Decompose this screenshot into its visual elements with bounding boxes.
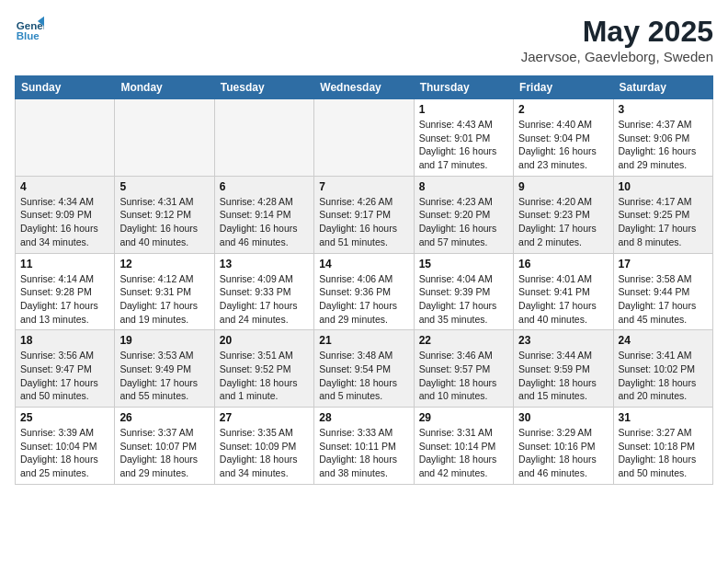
calendar-cell: 20Sunrise: 3:51 AMSunset: 9:52 PMDayligh…: [214, 330, 313, 408]
calendar-cell: 3Sunrise: 4:37 AMSunset: 9:06 PMDaylight…: [613, 99, 712, 177]
calendar-cell: 2Sunrise: 4:40 AMSunset: 9:04 PMDaylight…: [514, 99, 613, 177]
day-number: 12: [119, 258, 209, 270]
day-number: 18: [20, 334, 109, 347]
day-number: 25: [20, 411, 109, 424]
day-info: Sunrise: 4:06 AMSunset: 9:36 PMDaylight:…: [319, 272, 408, 327]
col-header-monday: Monday: [115, 76, 214, 99]
day-number: 20: [220, 334, 309, 347]
day-info: Sunrise: 3:48 AMSunset: 9:54 PMDaylight:…: [319, 349, 408, 403]
calendar-cell: 18Sunrise: 3:56 AMSunset: 9:47 PMDayligh…: [16, 330, 115, 408]
day-info: Sunrise: 4:37 AMSunset: 9:06 PMDaylight:…: [619, 118, 708, 172]
calendar-week-4: 18Sunrise: 3:56 AMSunset: 9:47 PMDayligh…: [16, 330, 713, 408]
calendar-cell: 16Sunrise: 4:01 AMSunset: 9:41 PMDayligh…: [514, 253, 613, 330]
day-number: 28: [319, 411, 408, 424]
day-number: 30: [518, 411, 608, 424]
day-number: 3: [619, 103, 708, 116]
day-info: Sunrise: 3:33 AMSunset: 10:11 PMDaylight…: [319, 426, 408, 480]
calendar-cell: 10Sunrise: 4:17 AMSunset: 9:25 PMDayligh…: [613, 176, 712, 253]
day-number: 23: [518, 334, 608, 347]
day-number: 6: [220, 180, 309, 193]
calendar-table: SundayMondayTuesdayWednesdayThursdayFrid…: [15, 75, 713, 485]
col-header-wednesday: Wednesday: [314, 76, 414, 99]
day-info: Sunrise: 4:28 AMSunset: 9:14 PMDaylight:…: [220, 195, 309, 249]
col-header-tuesday: Tuesday: [214, 76, 313, 99]
day-number: 2: [518, 103, 608, 116]
calendar-cell: 14Sunrise: 4:06 AMSunset: 9:36 PMDayligh…: [314, 253, 414, 330]
calendar-cell: 27Sunrise: 3:35 AMSunset: 10:09 PMDaylig…: [214, 408, 313, 485]
day-info: Sunrise: 3:27 AMSunset: 10:18 PMDaylight…: [619, 426, 708, 480]
calendar-cell: 11Sunrise: 4:14 AMSunset: 9:28 PMDayligh…: [16, 253, 115, 330]
day-number: 14: [319, 258, 408, 270]
day-number: 17: [619, 258, 708, 270]
calendar-cell: [115, 99, 214, 177]
day-info: Sunrise: 3:58 AMSunset: 9:44 PMDaylight:…: [619, 272, 708, 327]
calendar-cell: 30Sunrise: 3:29 AMSunset: 10:16 PMDaylig…: [514, 408, 613, 485]
day-number: 1: [419, 103, 508, 116]
day-number: 4: [20, 180, 109, 193]
calendar-cell: 26Sunrise: 3:37 AMSunset: 10:07 PMDaylig…: [115, 408, 214, 485]
location-subtitle: Jaervsoe, Gaevleborg, Sweden: [521, 49, 713, 64]
day-number: 31: [619, 411, 708, 424]
svg-text:Blue: Blue: [17, 30, 40, 41]
calendar-cell: 22Sunrise: 3:46 AMSunset: 9:57 PMDayligh…: [414, 330, 513, 408]
col-header-thursday: Thursday: [414, 76, 513, 99]
calendar-cell: 15Sunrise: 4:04 AMSunset: 9:39 PMDayligh…: [414, 253, 513, 330]
col-header-saturday: Saturday: [613, 76, 712, 99]
calendar-cell: 24Sunrise: 3:41 AMSunset: 10:02 PMDaylig…: [613, 330, 712, 408]
calendar-cell: 6Sunrise: 4:28 AMSunset: 9:14 PMDaylight…: [214, 176, 313, 253]
day-info: Sunrise: 3:51 AMSunset: 9:52 PMDaylight:…: [220, 349, 309, 403]
logo-icon: General Blue: [15, 15, 44, 44]
day-info: Sunrise: 3:37 AMSunset: 10:07 PMDaylight…: [119, 426, 209, 480]
day-info: Sunrise: 3:39 AMSunset: 10:04 PMDaylight…: [20, 426, 109, 480]
day-info: Sunrise: 4:40 AMSunset: 9:04 PMDaylight:…: [518, 118, 608, 172]
day-info: Sunrise: 3:41 AMSunset: 10:02 PMDaylight…: [619, 349, 708, 403]
day-info: Sunrise: 3:46 AMSunset: 9:57 PMDaylight:…: [419, 349, 508, 403]
page-header: General Blue May 2025 Jaervsoe, Gaevlebo…: [15, 15, 713, 64]
day-info: Sunrise: 4:14 AMSunset: 9:28 PMDaylight:…: [20, 272, 109, 327]
calendar-cell: 23Sunrise: 3:44 AMSunset: 9:59 PMDayligh…: [514, 330, 613, 408]
day-number: 26: [119, 411, 209, 424]
calendar-header-row: SundayMondayTuesdayWednesdayThursdayFrid…: [16, 76, 713, 99]
day-info: Sunrise: 3:31 AMSunset: 10:14 PMDaylight…: [419, 426, 508, 480]
day-info: Sunrise: 4:01 AMSunset: 9:41 PMDaylight:…: [518, 272, 608, 327]
day-info: Sunrise: 4:17 AMSunset: 9:25 PMDaylight:…: [619, 195, 708, 249]
col-header-friday: Friday: [514, 76, 613, 99]
calendar-cell: 21Sunrise: 3:48 AMSunset: 9:54 PMDayligh…: [314, 330, 414, 408]
calendar-body: 1Sunrise: 4:43 AMSunset: 9:01 PMDaylight…: [16, 99, 713, 485]
day-info: Sunrise: 3:29 AMSunset: 10:16 PMDaylight…: [518, 426, 608, 480]
day-number: 11: [20, 258, 109, 270]
calendar-cell: 1Sunrise: 4:43 AMSunset: 9:01 PMDaylight…: [414, 99, 513, 177]
day-number: 22: [419, 334, 508, 347]
day-number: 19: [119, 334, 209, 347]
day-info: Sunrise: 4:20 AMSunset: 9:23 PMDaylight:…: [518, 195, 608, 249]
day-number: 27: [220, 411, 309, 424]
calendar-cell: 13Sunrise: 4:09 AMSunset: 9:33 PMDayligh…: [214, 253, 313, 330]
calendar-week-1: 1Sunrise: 4:43 AMSunset: 9:01 PMDaylight…: [16, 99, 713, 177]
calendar-cell: 29Sunrise: 3:31 AMSunset: 10:14 PMDaylig…: [414, 408, 513, 485]
calendar-cell: [214, 99, 313, 177]
calendar-cell: 25Sunrise: 3:39 AMSunset: 10:04 PMDaylig…: [16, 408, 115, 485]
calendar-cell: 4Sunrise: 4:34 AMSunset: 9:09 PMDaylight…: [16, 176, 115, 253]
day-number: 24: [619, 334, 708, 347]
month-title: May 2025: [521, 15, 713, 49]
calendar-cell: 28Sunrise: 3:33 AMSunset: 10:11 PMDaylig…: [314, 408, 414, 485]
day-info: Sunrise: 3:56 AMSunset: 9:47 PMDaylight:…: [20, 349, 109, 403]
day-info: Sunrise: 3:53 AMSunset: 9:49 PMDaylight:…: [119, 349, 209, 403]
day-info: Sunrise: 3:44 AMSunset: 9:59 PMDaylight:…: [518, 349, 608, 403]
calendar-week-2: 4Sunrise: 4:34 AMSunset: 9:09 PMDaylight…: [16, 176, 713, 253]
calendar-cell: 12Sunrise: 4:12 AMSunset: 9:31 PMDayligh…: [115, 253, 214, 330]
calendar-week-5: 25Sunrise: 3:39 AMSunset: 10:04 PMDaylig…: [16, 408, 713, 485]
logo: General Blue: [15, 15, 44, 44]
col-header-sunday: Sunday: [16, 76, 115, 99]
day-info: Sunrise: 4:23 AMSunset: 9:20 PMDaylight:…: [419, 195, 508, 249]
day-info: Sunrise: 4:09 AMSunset: 9:33 PMDaylight:…: [220, 272, 309, 327]
calendar-cell: 9Sunrise: 4:20 AMSunset: 9:23 PMDaylight…: [514, 176, 613, 253]
day-number: 8: [419, 180, 508, 193]
day-info: Sunrise: 4:31 AMSunset: 9:12 PMDaylight:…: [119, 195, 209, 249]
calendar-cell: 8Sunrise: 4:23 AMSunset: 9:20 PMDaylight…: [414, 176, 513, 253]
day-info: Sunrise: 4:43 AMSunset: 9:01 PMDaylight:…: [419, 118, 508, 172]
day-number: 13: [220, 258, 309, 270]
title-block: May 2025 Jaervsoe, Gaevleborg, Sweden: [521, 15, 713, 64]
day-info: Sunrise: 3:35 AMSunset: 10:09 PMDaylight…: [220, 426, 309, 480]
calendar-cell: [16, 99, 115, 177]
